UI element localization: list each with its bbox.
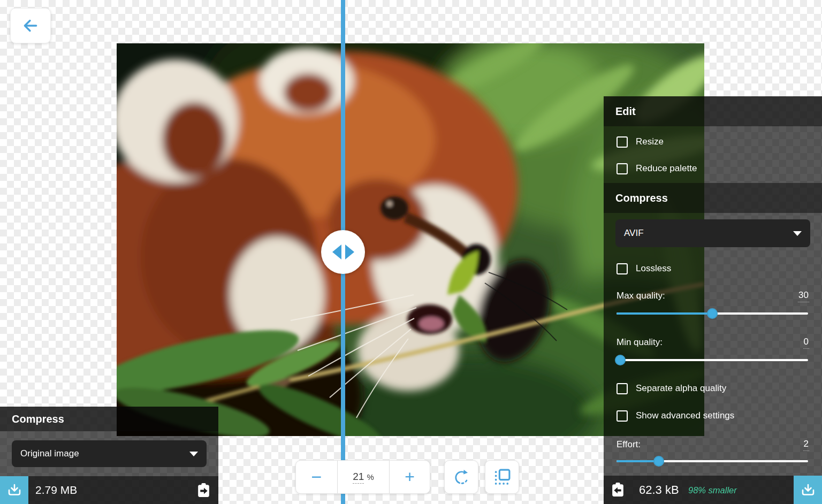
zoom-level-field[interactable]: 21 % <box>337 461 389 493</box>
left-panel-header: Compress <box>0 407 218 431</box>
effort-slider[interactable] <box>616 456 808 467</box>
download-original-button[interactable] <box>0 476 28 504</box>
slider-thumb[interactable] <box>615 355 626 365</box>
chevron-down-icon <box>793 231 802 236</box>
left-panel-title: Compress <box>12 413 64 425</box>
reduce-palette-label: Reduce palette <box>636 163 697 174</box>
effort-value[interactable]: 2 <box>803 439 809 451</box>
copy-to-left-button[interactable] <box>608 480 627 500</box>
zoom-percent-sign: % <box>367 472 374 482</box>
advanced-settings-checkbox[interactable] <box>616 410 628 422</box>
app-stage: Compress Original image 2.79 MB <box>0 0 822 504</box>
compress-title: Compress <box>615 192 668 204</box>
lossless-option[interactable]: Lossless <box>604 262 822 275</box>
max-quality-row: Max quality: 30 <box>604 290 822 302</box>
codec-select[interactable]: AVIF <box>615 219 810 247</box>
lossless-checkbox[interactable] <box>616 263 628 274</box>
max-quality-label: Max quality: <box>616 291 665 301</box>
zoom-in-button[interactable]: + <box>389 461 430 493</box>
reduce-palette-checkbox[interactable] <box>616 163 628 174</box>
separate-alpha-label: Separate alpha quality <box>636 383 726 394</box>
slider-thumb[interactable] <box>707 308 718 319</box>
download-compressed-button[interactable] <box>794 476 822 504</box>
resize-option[interactable]: Resize <box>604 135 822 148</box>
min-quality-value[interactable]: 0 <box>803 337 809 349</box>
clipboard-arrow-left-icon <box>610 482 626 498</box>
arrow-left-icon <box>21 17 40 35</box>
back-button[interactable] <box>10 8 51 43</box>
copy-to-right-button[interactable] <box>194 480 213 500</box>
advanced-settings-option[interactable]: Show advanced settings <box>604 409 822 422</box>
slider-fill <box>616 460 659 462</box>
download-icon <box>800 482 816 498</box>
compress-options: AVIF Lossless Max quality: 30 Min qualit… <box>604 213 822 476</box>
savings-badge: 98% smaller <box>688 485 737 495</box>
reduce-palette-option[interactable]: Reduce palette <box>604 162 822 175</box>
rotate-button[interactable] <box>444 460 478 494</box>
rotate-icon <box>453 468 470 486</box>
slider-fill <box>616 312 712 315</box>
edit-body: Resize Reduce palette <box>604 126 822 183</box>
right-panel: Edit Resize Reduce palette Compress AVIF… <box>604 96 822 504</box>
chevron-down-icon <box>189 452 198 456</box>
separate-alpha-option[interactable]: Separate alpha quality <box>604 382 822 395</box>
edit-header: Edit <box>604 96 822 126</box>
max-quality-value[interactable]: 30 <box>798 290 809 302</box>
codec-select-value: AVIF <box>624 228 644 239</box>
left-panel-body: Original image <box>0 431 218 476</box>
separate-alpha-checkbox[interactable] <box>616 383 628 394</box>
plus-icon: + <box>405 467 415 487</box>
resize-label: Resize <box>636 136 664 147</box>
zoom-level-value[interactable]: 21 <box>353 471 364 484</box>
download-icon <box>6 482 22 498</box>
zoom-toolbar: − 21 % + <box>295 460 430 494</box>
comparison-handle[interactable] <box>321 230 365 274</box>
edit-title: Edit <box>615 105 636 118</box>
min-quality-slider[interactable] <box>616 355 808 365</box>
zoom-out-button[interactable]: − <box>296 461 337 493</box>
resize-checkbox[interactable] <box>616 136 628 148</box>
compressed-file-size: 62.3 kB <box>639 483 679 497</box>
minus-icon: − <box>311 467 322 487</box>
compress-header: Compress <box>604 183 822 213</box>
dotted-frame-icon <box>493 468 511 486</box>
slider-track[interactable] <box>616 359 808 361</box>
source-image-select-value: Original image <box>20 448 79 459</box>
max-quality-slider[interactable] <box>616 308 808 319</box>
effort-label: Effort: <box>616 439 641 450</box>
left-panel: Compress Original image 2.79 MB <box>0 407 218 504</box>
source-image-select[interactable]: Original image <box>12 440 207 467</box>
clipboard-arrow-right-icon <box>195 482 212 499</box>
original-file-size: 2.79 MB <box>35 484 77 497</box>
slider-thumb[interactable] <box>653 456 664 467</box>
min-quality-row: Min quality: 0 <box>604 337 822 348</box>
effort-row: Effort: 2 <box>604 439 822 450</box>
lossless-label: Lossless <box>636 263 671 274</box>
arrow-right-triangle-icon <box>345 245 354 259</box>
right-result-bar: 62.3 kB 98% smaller <box>604 476 822 504</box>
arrow-left-triangle-icon <box>332 245 341 259</box>
min-quality-label: Min quality: <box>616 337 663 348</box>
advanced-settings-label: Show advanced settings <box>636 410 734 421</box>
left-result-bar: 2.79 MB <box>0 476 218 504</box>
toggle-background-button[interactable] <box>485 460 519 494</box>
